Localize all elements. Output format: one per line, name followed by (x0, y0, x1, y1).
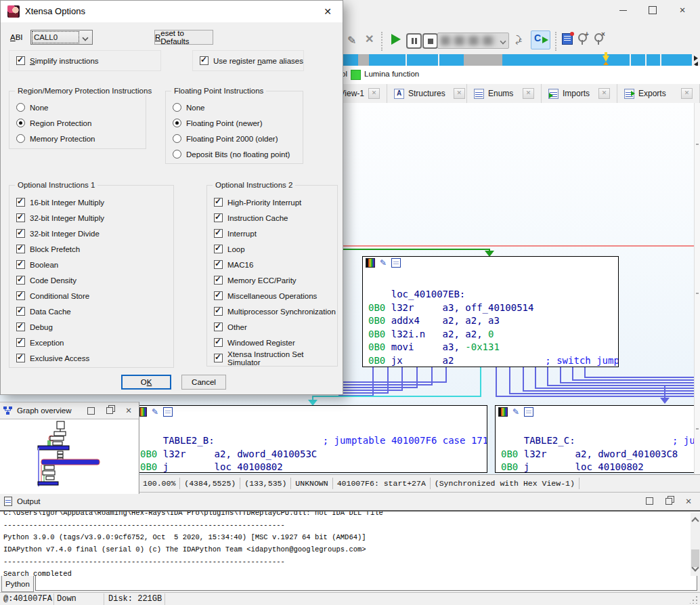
checkbox-icon (16, 260, 25, 269)
window-close-button[interactable]: ✕ (671, 1, 694, 19)
group-node-icon[interactable] (391, 258, 401, 268)
radio-option[interactable]: None (166, 100, 303, 115)
radio-icon (16, 134, 25, 143)
stop-process-icon[interactable] (422, 33, 438, 49)
window-minimize-button[interactable] (611, 1, 634, 19)
panel-close-button[interactable]: ✕ (121, 404, 136, 417)
step-over-icon[interactable]: ⤸c (515, 34, 522, 45)
palette-icon[interactable] (498, 407, 508, 417)
continue-process-icon[interactable]: C (531, 30, 550, 49)
checkbox-option[interactable]: Instruction Cache (207, 210, 337, 226)
checkbox-option[interactable]: Exception (9, 335, 173, 350)
checkbox-option[interactable]: Other (207, 319, 337, 335)
checkbox-option[interactable]: Memory ECC/Parity (207, 272, 337, 288)
toolbar-handle[interactable] (381, 32, 382, 51)
checkbox-option[interactable]: Code Density (9, 272, 173, 288)
xtensa-dialog-icon (7, 5, 20, 18)
tab-label: Enums (488, 89, 513, 98)
checkbox-option[interactable]: Boolean (9, 257, 173, 272)
python-cli-input[interactable] (35, 575, 697, 591)
graph-overview-panel[interactable]: Graph overview ✕ ... (0, 402, 139, 494)
checkbox-option[interactable]: 32-bit Integer Multiply (9, 210, 173, 226)
tab-close-button[interactable]: ✕ (598, 88, 610, 99)
use-register-name-aliases-option[interactable]: Use register name aliases (192, 50, 304, 71)
debugger-selector[interactable] (437, 33, 509, 49)
checkbox-option[interactable]: MAC16 (207, 257, 337, 272)
radio-option[interactable]: None (9, 100, 146, 115)
tab-imports[interactable]: Imports✕ (542, 84, 617, 103)
python-cli-button[interactable]: Python (1, 575, 34, 592)
edit-icon[interactable]: ✎ (347, 34, 356, 47)
radio-option[interactable]: Memory Protection (9, 131, 146, 146)
delete-icon[interactable]: ✕ (365, 33, 374, 45)
group-floating-point: Floating Point Instructions NoneFloating… (165, 91, 303, 164)
group-node-icon[interactable] (163, 407, 173, 417)
output-scrollbar[interactable] (691, 513, 700, 576)
abi-select[interactable]: CALL0 (30, 30, 93, 45)
ida-main-window: ✕ ✎ ✕ ⤸c C + × ol Lumina function Vi (0, 0, 700, 605)
edit-comment-icon[interactable]: ✎ (150, 407, 160, 417)
group-node-icon[interactable] (524, 407, 533, 417)
navband-scroll-right[interactable] (694, 56, 698, 61)
panel-float-button[interactable] (102, 404, 117, 417)
graph-node-TABLE2_B[interactable]: ✎ TABLE2_B: ; jumptable 401007F6 case 17… (134, 405, 487, 473)
option-label: Code Density (30, 276, 76, 285)
option-label: Loop (227, 245, 245, 253)
cancel-button[interactable]: Cancel (181, 375, 226, 390)
scroll-up-icon[interactable] (691, 517, 699, 524)
start-process-icon[interactable] (391, 34, 401, 45)
tab-close-button[interactable]: ✕ (368, 88, 380, 99)
panel-close-button[interactable]: ✕ (681, 495, 696, 507)
window-maximize-button[interactable] (641, 1, 664, 19)
toolbar-handle[interactable] (555, 32, 556, 51)
ok-button[interactable]: OK (121, 375, 171, 390)
reset-to-defaults-button[interactable]: Reset to Defaults (154, 30, 213, 45)
panel-title: Graph overview (17, 406, 72, 415)
checkbox-option[interactable]: Data Cache (9, 304, 173, 319)
group-optional-instructions-1: Optional Instructions 1 16-bit Integer M… (9, 185, 174, 368)
radio-option[interactable]: Deposit Bits (no floating point) (166, 146, 303, 162)
checkbox-option[interactable]: Exclusive Access (9, 350, 173, 366)
radio-option[interactable]: Floating Point (newer) (166, 115, 303, 131)
checkbox-option[interactable]: 32-bit Integer Divide (9, 226, 173, 241)
graph-node-TABLE2_C[interactable]: ✎ TABLE2_C: ; jum0B0 l32r a2, dword_4010… (495, 405, 700, 473)
graph-overview-minimap[interactable]: ... (0, 419, 138, 494)
panel-float-button[interactable] (661, 495, 676, 507)
checkbox-option[interactable]: Windowed Register (207, 335, 337, 350)
panel-maximize-button[interactable] (642, 495, 657, 507)
graph-node-loc-401007EB[interactable]: ✎ loc_401007EB:0B0 l32r a3, off_40100514… (362, 256, 619, 367)
checkbox-option[interactable]: 16-bit Integer Multiply (9, 194, 173, 210)
tab-close-button[interactable]: ✕ (681, 88, 693, 99)
tab-close-button[interactable]: ✕ (454, 88, 465, 99)
tab-close-button[interactable]: ✕ (523, 88, 534, 99)
simplify-instructions-option[interactable]: Simplify instructions (9, 50, 161, 71)
checkbox-option[interactable]: Debug (9, 319, 173, 335)
edit-comment-icon[interactable]: ✎ (378, 258, 388, 268)
checkbox-option[interactable]: Xtensa Instruction Set Simulator (207, 350, 337, 366)
attach-to-process-icon[interactable]: + (578, 33, 587, 42)
detach-from-process-icon[interactable]: × (594, 33, 603, 42)
tab-enums[interactable]: Enums✕ (467, 84, 542, 103)
checkbox-option[interactable]: Interrupt (207, 226, 337, 241)
radio-option[interactable]: Floating Point 2000 (older) (166, 131, 303, 146)
tab-structures[interactable]: AStructures✕ (387, 84, 467, 103)
checkbox-option[interactable]: Loop (207, 241, 337, 257)
resize-grip[interactable] (690, 596, 698, 604)
dialog-close-button[interactable]: ✕ (313, 1, 343, 22)
panel-maximize-button[interactable] (83, 404, 98, 417)
checkbox-option[interactable]: Conditional Store (9, 288, 173, 304)
edit-comment-icon[interactable]: ✎ (511, 407, 521, 417)
checkbox-option[interactable]: Multiprocessor Synchronization (207, 304, 337, 319)
palette-icon[interactable] (366, 258, 375, 268)
checkbox-icon (214, 338, 223, 347)
debugger-windows-icon[interactable] (562, 33, 573, 45)
checkbox-option[interactable]: High-Priority Interrupt (207, 194, 337, 210)
output-console[interactable]: C:\Users\Igor\AppData\Roaming\Hex-Rays\I… (0, 510, 700, 576)
radio-option[interactable]: Region Protection (9, 115, 146, 131)
checkbox-option[interactable]: Block Prefetch (9, 241, 173, 257)
option-label: MAC16 (227, 261, 253, 269)
pause-process-icon[interactable] (406, 33, 422, 49)
tab-exports[interactable]: Exports✕ (617, 84, 700, 103)
checkbox-option[interactable]: Miscellaneous Operations (207, 288, 337, 304)
graph-scrollbar[interactable] (694, 103, 700, 474)
